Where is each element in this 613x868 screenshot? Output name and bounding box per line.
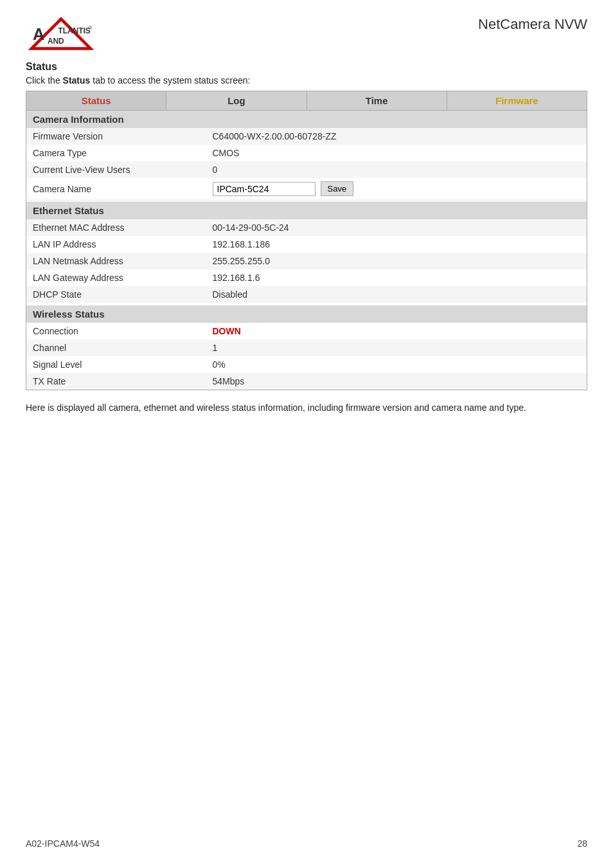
signal-row: Signal Level 0% <box>26 356 587 373</box>
tab-time[interactable]: Time <box>307 91 447 110</box>
netmask-row: LAN Netmask Address 255.255.255.0 <box>26 253 587 269</box>
mac-value: 00-14-29-00-5C-24 <box>206 219 587 236</box>
signal-label: Signal Level <box>26 356 206 373</box>
footer-model: A02-IPCAM4-W54 <box>26 838 100 849</box>
ip-label: LAN IP Address <box>26 236 206 253</box>
camera-name-label: Camera Name <box>26 178 206 199</box>
gateway-row: LAN Gateway Address 192.168.1.6 <box>26 269 587 286</box>
firmware-label: Firmware Version <box>26 128 206 145</box>
save-button[interactable]: Save <box>321 181 354 196</box>
channel-value: 1 <box>206 339 587 356</box>
ip-value: 192.168.1.186 <box>206 236 587 253</box>
firmware-value: C64000-WX-2.00.00-60728-ZZ <box>206 128 587 145</box>
atlantis-logo: AND TLANTIS ® A <box>26 13 96 55</box>
product-name: NetCamera NVW <box>478 16 587 33</box>
camera-name-cell: Save <box>206 178 587 199</box>
page-footer: A02-IPCAM4-W54 28 <box>0 838 613 849</box>
camera-type-label: Camera Type <box>26 145 206 161</box>
tabs-bar: Status Log Time Firmware <box>26 91 587 110</box>
intro-bold: Status <box>63 75 91 86</box>
section-title: Status <box>26 61 587 73</box>
dhcp-row: DHCP State Disabled <box>26 286 587 303</box>
live-users-label: Current Live-View Users <box>26 161 206 178</box>
txrate-row: TX Rate 54Mbps <box>26 373 587 390</box>
gateway-label: LAN Gateway Address <box>26 269 206 286</box>
mac-row: Ethernet MAC Address 00-14-29-00-5C-24 <box>26 219 587 236</box>
svg-text:A: A <box>33 25 45 43</box>
live-users-value: 0 <box>206 161 587 178</box>
txrate-label: TX Rate <box>26 373 206 390</box>
connection-label: Connection <box>26 323 206 339</box>
tab-firmware[interactable]: Firmware <box>447 91 587 110</box>
connection-value: DOWN <box>206 323 587 339</box>
ethernet-header: Ethernet Status <box>26 202 587 219</box>
dhcp-value: Disabled <box>206 286 587 303</box>
txrate-value: 54Mbps <box>206 373 587 390</box>
camera-name-input[interactable] <box>213 182 315 196</box>
page-header: AND TLANTIS ® A NetCamera NVW <box>26 13 587 55</box>
ip-row: LAN IP Address 192.168.1.186 <box>26 236 587 253</box>
firmware-row: Firmware Version C64000-WX-2.00.00-60728… <box>26 128 587 145</box>
channel-row: Channel 1 <box>26 339 587 356</box>
logo-area: AND TLANTIS ® A <box>26 13 96 55</box>
camera-name-row: Camera Name Save <box>26 178 587 199</box>
camera-info-label: Camera Information <box>26 111 587 129</box>
dhcp-label: DHCP State <box>26 286 206 303</box>
wireless-label: Wireless Status <box>26 305 587 323</box>
gateway-value: 192.168.1.6 <box>206 269 587 286</box>
svg-text:TLANTIS: TLANTIS <box>58 27 90 36</box>
netmask-label: LAN Netmask Address <box>26 253 206 269</box>
live-users-row: Current Live-View Users 0 <box>26 161 587 178</box>
camera-info-header: Camera Information <box>26 111 587 129</box>
intro-text: Click the Status tab to access the syste… <box>26 75 587 86</box>
intro-post: tab to access the system status screen: <box>90 75 250 86</box>
footer-page: 28 <box>577 838 587 849</box>
connection-row: Connection DOWN <box>26 323 587 339</box>
channel-label: Channel <box>26 339 206 356</box>
svg-text:AND: AND <box>48 37 64 46</box>
camera-type-row: Camera Type CMOS <box>26 145 587 161</box>
intro-pre: Click the <box>26 75 63 86</box>
tab-status[interactable]: Status <box>26 91 166 110</box>
ethernet-label: Ethernet Status <box>26 202 587 219</box>
svg-text:®: ® <box>89 25 93 31</box>
wireless-header: Wireless Status <box>26 305 587 323</box>
camera-type-value: CMOS <box>206 145 587 161</box>
description-text: Here is displayed all camera, ethernet a… <box>26 401 587 415</box>
tab-log[interactable]: Log <box>166 91 306 110</box>
mac-label: Ethernet MAC Address <box>26 219 206 236</box>
status-table: Camera Information Firmware Version C640… <box>26 110 587 390</box>
signal-value: 0% <box>206 356 587 373</box>
netmask-value: 255.255.255.0 <box>206 253 587 269</box>
